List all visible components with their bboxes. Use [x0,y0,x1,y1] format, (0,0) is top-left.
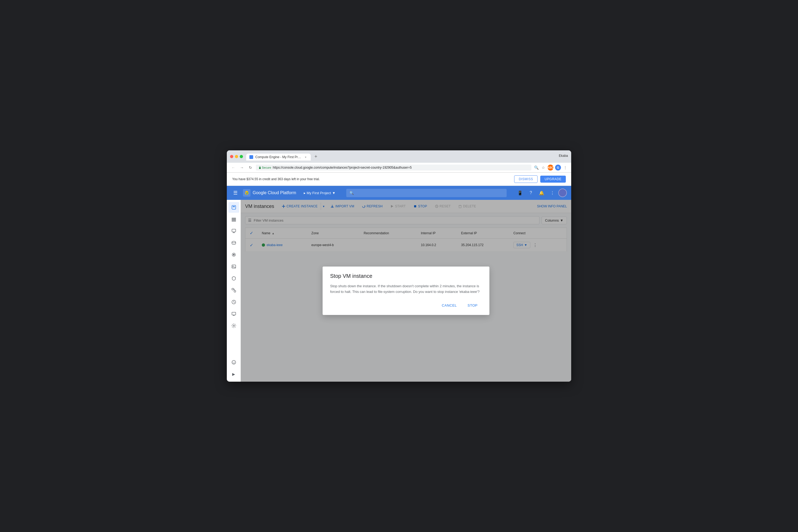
dialog-cancel-button[interactable]: CANCEL [438,301,461,309]
upgrade-button[interactable]: UPGRADE [540,176,566,183]
sidebar-item-monitoring[interactable] [228,308,239,319]
svg-point-9 [232,241,236,243]
traffic-lights [230,155,243,158]
svg-point-11 [233,254,235,255]
dialog-actions: CANCEL STOP [330,301,482,309]
dialog-title: Stop VM instance [330,273,482,279]
secure-badge: Secure [259,166,271,169]
dialog-stop-button[interactable]: STOP [463,301,482,309]
bookmark-icon[interactable]: ☆ [540,165,546,170]
svg-rect-6 [231,221,236,221]
reload-button[interactable]: ↻ [247,164,254,171]
extension-g-icon[interactable]: G [555,165,561,171]
tab-title: Compute Engine - My First Pro... [255,155,302,159]
content-area: VM instances CREATE INSTANCE ▼ IMPORT VM… [241,200,571,382]
svg-rect-8 [233,232,235,233]
sidebar-item-snapshots[interactable] [228,249,239,260]
sidebar-item-operations[interactable] [228,297,239,307]
back-button[interactable]: ← [230,164,237,171]
browser-titlebar: Compute Engine - My First Pro... × + Eka… [230,152,568,160]
modal-overlay: Stop VM instance Stop shuts down the ins… [241,200,571,382]
top-navigation: ☰ Google Cloud Platform ▸ My First Proje… [227,186,571,200]
hamburger-menu[interactable]: ☰ [231,188,240,198]
more-options-icon[interactable]: ⋮ [548,188,557,198]
tab-favicon [249,155,253,159]
fullscreen-button[interactable] [240,155,243,158]
browser-user: Ekaba [559,154,568,159]
new-tab-button[interactable]: + [312,152,320,160]
url-text: https://console.cloud.google.com/compute… [273,166,412,169]
svg-point-19 [232,360,236,364]
svg-point-20 [233,362,233,362]
cloud-shell-icon[interactable]: 📱 [515,188,525,198]
search-icon[interactable]: 🔍 [534,165,539,170]
sidebar-item-routes[interactable] [228,285,239,296]
svg-rect-2 [232,206,236,209]
sidebar-item-instance-groups[interactable] [228,214,239,225]
close-button[interactable] [230,155,233,158]
tab-close-button[interactable]: × [304,155,308,159]
minimize-button[interactable] [235,155,238,158]
secure-label: Secure [262,166,271,169]
svg-point-21 [234,362,235,362]
svg-rect-5 [231,219,236,220]
address-bar[interactable]: Secure https://console.cloud.google.com/… [256,165,531,171]
svg-point-18 [233,325,234,326]
sidebar-item-settings[interactable] [228,320,239,331]
notification-icon[interactable]: 🔔 [537,188,546,198]
user-avatar[interactable] [558,189,567,197]
menu-icon[interactable]: ⋮ [562,165,568,170]
stop-vm-dialog: Stop VM instance Stop shuts down the ins… [322,267,489,315]
project-selector[interactable]: ▸ My First Project ▼ [302,190,338,196]
banner-text: You have $374.55 in credit and 363 days … [232,177,514,181]
svg-rect-7 [232,229,236,232]
svg-rect-0 [259,167,261,169]
help-icon[interactable]: ? [526,188,536,198]
gcp-name: Google Cloud Platform [253,190,296,195]
sidebar-item-instance-templates[interactable] [228,226,239,236]
search-bar [346,189,507,197]
sidebar-item-vm-instances[interactable] [228,202,239,213]
global-search-input[interactable] [346,189,507,197]
browser-tabs: Compute Engine - My First Pro... × + [246,152,559,160]
project-name: My First Project [307,191,331,195]
svg-rect-17 [232,312,236,315]
svg-rect-14 [232,288,234,290]
sidebar-item-firewalls[interactable] [228,273,239,284]
sidebar-item-disks[interactable] [228,238,239,248]
sidebar-item-images[interactable] [228,261,239,272]
sidebar: ▶ [227,200,241,382]
address-bar-area: ← → ↻ Secure https://console.cloud.googl… [227,163,571,173]
extension-abc-icon[interactable]: ABC [548,165,553,171]
dialog-body: Stop shuts down the instance. If the shu… [330,284,482,295]
sidebar-item-feedback[interactable] [228,357,239,368]
browser-window: Compute Engine - My First Pro... × + Eka… [227,150,571,382]
svg-rect-15 [234,290,236,292]
forward-button[interactable]: → [239,164,245,171]
svg-point-13 [233,266,233,267]
main-layout: ▶ VM instances CREATE INSTANCE ▼ IMPORT … [227,200,571,382]
address-actions: 🔍 ☆ ABC G ⋮ [534,165,568,171]
browser-chrome: Compute Engine - My First Pro... × + Eka… [227,150,571,163]
app-content: You have $374.55 in credit and 363 days … [227,173,571,382]
nav-actions: 📱 ? 🔔 ⋮ [515,188,567,198]
svg-rect-4 [231,218,236,218]
sidebar-expand-button[interactable]: ▶ [228,369,239,380]
free-trial-banner: You have $374.55 in credit and 363 days … [227,173,571,186]
svg-rect-3 [233,206,235,207]
gcp-logo: Google Cloud Platform [243,189,296,196]
dismiss-button[interactable]: DISMISS [514,175,538,183]
active-tab[interactable]: Compute Engine - My First Pro... × [246,154,311,160]
